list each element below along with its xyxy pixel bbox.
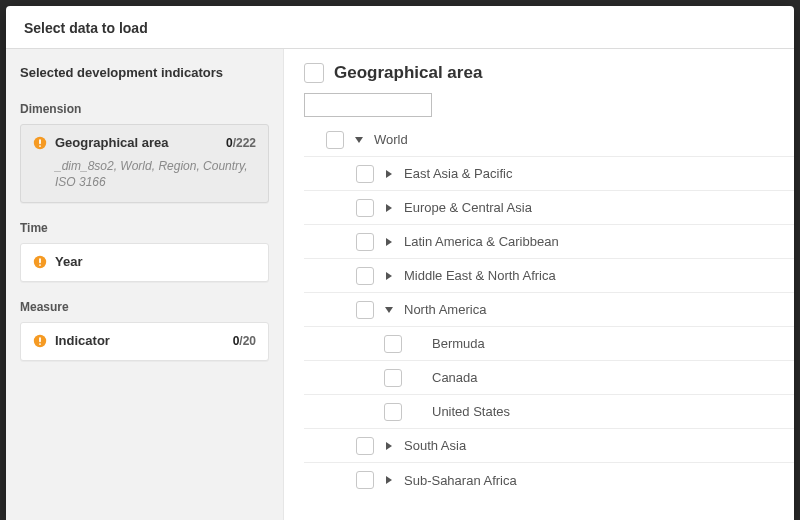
checkbox[interactable] [384, 403, 402, 421]
tree-label: East Asia & Pacific [404, 166, 512, 181]
time-card[interactable]: Year [20, 243, 269, 282]
caret-right-icon[interactable] [384, 475, 394, 485]
dimension-count: 0/222 [226, 136, 256, 150]
tree-label: North America [404, 302, 486, 317]
dimension-card[interactable]: Geographical area 0/222 _dim_8so2, World… [20, 124, 269, 203]
checkbox[interactable] [356, 267, 374, 285]
tree-row-east-asia[interactable]: East Asia & Pacific [304, 157, 794, 191]
select-all-checkbox[interactable] [304, 63, 324, 83]
select-data-modal: Select data to load Selected development… [6, 6, 794, 520]
tree-label: South Asia [404, 438, 466, 453]
tree-row-ssa[interactable]: Sub-Saharan Africa [304, 463, 794, 497]
time-section-label: Time [20, 221, 269, 235]
checkbox[interactable] [356, 233, 374, 251]
time-card-head: Year [33, 254, 256, 269]
svg-marker-14 [385, 307, 393, 313]
svg-marker-12 [386, 238, 392, 246]
svg-marker-16 [386, 476, 392, 484]
dimension-card-head: Geographical area 0/222 [33, 135, 256, 150]
svg-rect-5 [39, 264, 41, 266]
warning-icon [33, 136, 47, 150]
checkbox[interactable] [356, 165, 374, 183]
tree-label: World [374, 132, 408, 147]
tree-row-bermuda[interactable]: Bermuda [304, 327, 794, 361]
modal-body: Selected development indicators Dimensio… [6, 49, 794, 520]
tree-row-europe[interactable]: Europe & Central Asia [304, 191, 794, 225]
right-panel-title: Geographical area [334, 63, 482, 83]
warning-icon [33, 255, 47, 269]
tree-label: Sub-Saharan Africa [404, 473, 517, 488]
checkbox[interactable] [384, 369, 402, 387]
svg-marker-11 [386, 204, 392, 212]
tree-label: Canada [432, 370, 478, 385]
measure-card[interactable]: Indicator 0/20 [20, 322, 269, 361]
dimension-name: Geographical area [55, 135, 218, 150]
measure-card-head: Indicator 0/20 [33, 333, 256, 348]
right-panel: Geographical area World East Asia & Paci… [284, 49, 794, 520]
tree-row-world[interactable]: World [304, 123, 794, 157]
caret-right-icon[interactable] [384, 169, 394, 179]
tree-row-south-asia[interactable]: South Asia [304, 429, 794, 463]
caret-right-icon[interactable] [384, 271, 394, 281]
svg-rect-8 [39, 343, 41, 345]
tree-row-latam[interactable]: Latin America & Caribbean [304, 225, 794, 259]
right-panel-heading: Geographical area [304, 63, 794, 83]
tree-search-input[interactable] [304, 93, 432, 117]
dimension-section-label: Dimension [20, 102, 269, 116]
caret-down-icon[interactable] [384, 305, 394, 315]
svg-rect-2 [39, 145, 41, 147]
checkbox[interactable] [384, 335, 402, 353]
caret-down-icon[interactable] [354, 135, 364, 145]
svg-rect-7 [39, 337, 41, 342]
tree-row-north-america[interactable]: North America [304, 293, 794, 327]
tree-label: Europe & Central Asia [404, 200, 532, 215]
svg-marker-13 [386, 272, 392, 280]
tree-row-united-states[interactable]: United States [304, 395, 794, 429]
caret-right-icon[interactable] [384, 237, 394, 247]
measure-count: 0/20 [233, 334, 256, 348]
caret-right-icon[interactable] [384, 441, 394, 451]
tree-row-mena[interactable]: Middle East & North Africa [304, 259, 794, 293]
tree-row-canada[interactable]: Canada [304, 361, 794, 395]
checkbox[interactable] [326, 131, 344, 149]
tree-label: Middle East & North Africa [404, 268, 556, 283]
tree-label: Bermuda [432, 336, 485, 351]
left-panel-title: Selected development indicators [20, 65, 269, 80]
svg-rect-4 [39, 258, 41, 263]
measure-name: Indicator [55, 333, 225, 348]
left-panel: Selected development indicators Dimensio… [6, 49, 284, 520]
svg-rect-1 [39, 139, 41, 144]
modal-title: Select data to load [6, 6, 794, 49]
checkbox[interactable] [356, 471, 374, 489]
checkbox[interactable] [356, 437, 374, 455]
measure-section-label: Measure [20, 300, 269, 314]
tree-label: Latin America & Caribbean [404, 234, 559, 249]
svg-marker-9 [355, 137, 363, 143]
area-tree: World East Asia & Pacific Europe & Centr… [304, 123, 794, 497]
dimension-description: _dim_8so2, World, Region, Country, ISO 3… [33, 158, 256, 190]
checkbox[interactable] [356, 199, 374, 217]
svg-marker-10 [386, 170, 392, 178]
tree-label: United States [432, 404, 510, 419]
svg-marker-15 [386, 442, 392, 450]
warning-icon [33, 334, 47, 348]
time-name: Year [55, 254, 256, 269]
caret-right-icon[interactable] [384, 203, 394, 213]
checkbox[interactable] [356, 301, 374, 319]
